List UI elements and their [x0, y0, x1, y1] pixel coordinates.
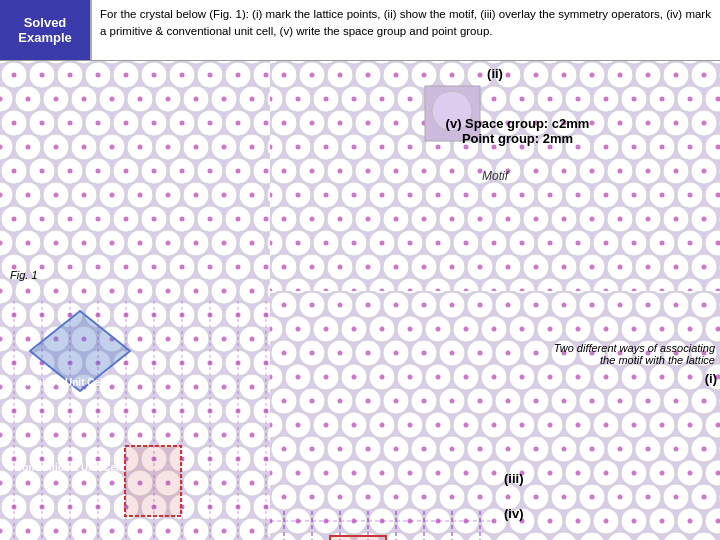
- svg-point-1066: [338, 399, 343, 404]
- svg-point-226: [54, 289, 59, 294]
- svg-point-543: [394, 73, 399, 78]
- svg-point-148: [194, 193, 199, 198]
- svg-point-164: [96, 217, 101, 222]
- right-bottom-svg: [270, 291, 720, 540]
- svg-point-1090: [674, 399, 679, 404]
- svg-point-282: [222, 337, 227, 342]
- svg-point-962: [352, 327, 357, 332]
- svg-point-1208: [366, 495, 371, 500]
- svg-point-1158: [646, 447, 651, 452]
- svg-point-1092: [702, 399, 707, 404]
- svg-point-86: [236, 121, 241, 126]
- svg-point-1072: [422, 399, 427, 404]
- svg-point-737: [660, 193, 665, 198]
- svg-point-1076: [478, 399, 483, 404]
- svg-point-1046: [548, 375, 553, 380]
- svg-point-705: [702, 169, 707, 174]
- svg-point-128: [208, 169, 213, 174]
- motif-text: Motif: [482, 169, 508, 183]
- svg-point-539: [338, 73, 343, 78]
- svg-point-701: [646, 169, 651, 174]
- svg-point-805: [632, 241, 637, 246]
- svg-point-1202: [282, 495, 287, 500]
- svg-point-745: [282, 217, 287, 222]
- svg-point-1102: [352, 423, 357, 428]
- svg-point-1154: [590, 447, 595, 452]
- svg-point-64: [250, 97, 255, 102]
- svg-point-234: [166, 289, 171, 294]
- svg-point-82: [180, 121, 185, 126]
- svg-point-1152: [562, 447, 567, 452]
- svg-point-1252: [492, 519, 497, 524]
- svg-point-208: [96, 265, 101, 270]
- svg-point-703: [674, 169, 679, 174]
- svg-point-158: [12, 217, 17, 222]
- svg-point-845: [702, 265, 707, 270]
- svg-point-835: [562, 265, 567, 270]
- svg-rect-1387: [330, 536, 386, 540]
- i-text: (i): [705, 371, 717, 386]
- main-content: Fig. 1 Primitive Unit Cell Conventional …: [0, 61, 720, 540]
- svg-point-725: [492, 193, 497, 198]
- primitive-label-text: Primitive Unit Cell: [20, 377, 106, 388]
- svg-point-166: [124, 217, 129, 222]
- svg-point-1178: [436, 471, 441, 476]
- svg-point-108: [250, 145, 255, 150]
- svg-point-996: [338, 351, 343, 356]
- svg-point-964: [380, 327, 385, 332]
- svg-point-1118: [576, 423, 581, 428]
- svg-point-1004: [450, 351, 455, 356]
- svg-point-553: [534, 73, 539, 78]
- svg-point-144: [138, 193, 143, 198]
- svg-point-1214: [450, 495, 455, 500]
- svg-point-727: [520, 193, 525, 198]
- svg-point-984: [660, 327, 665, 332]
- svg-point-613: [394, 121, 399, 126]
- svg-point-547: [450, 73, 455, 78]
- svg-point-1262: [632, 519, 637, 524]
- svg-point-94: [54, 145, 59, 150]
- svg-point-170: [180, 217, 185, 222]
- svg-point-180: [26, 241, 31, 246]
- svg-point-753: [394, 217, 399, 222]
- svg-point-1078: [506, 399, 511, 404]
- svg-point-368: [194, 433, 199, 438]
- svg-point-679: [338, 169, 343, 174]
- svg-point-184: [82, 241, 87, 246]
- svg-point-172: [208, 217, 213, 222]
- svg-point-182: [54, 241, 59, 246]
- svg-point-78: [124, 121, 129, 126]
- svg-point-974: [520, 327, 525, 332]
- svg-point-456: [194, 529, 199, 534]
- svg-point-829: [478, 265, 483, 270]
- svg-point-693: [534, 169, 539, 174]
- svg-point-230: [110, 289, 115, 294]
- svg-point-1042: [492, 375, 497, 380]
- svg-point-1080: [534, 399, 539, 404]
- svg-point-940: [534, 303, 539, 308]
- svg-point-994: [310, 351, 315, 356]
- svg-point-998: [366, 351, 371, 356]
- svg-point-938: [506, 303, 511, 308]
- svg-point-669: [688, 145, 693, 150]
- iii-label: (iii): [504, 471, 524, 486]
- svg-point-52: [82, 97, 87, 102]
- svg-point-980: [604, 327, 609, 332]
- svg-point-38: [180, 73, 185, 78]
- svg-point-767: [590, 217, 595, 222]
- svg-point-1104: [380, 423, 385, 428]
- svg-point-765: [562, 217, 567, 222]
- svg-point-366: [166, 433, 171, 438]
- svg-point-1160: [674, 447, 679, 452]
- svg-point-976: [548, 327, 553, 332]
- right-bottom: Two different ways of associatingthe mot…: [270, 291, 720, 540]
- svg-point-104: [194, 145, 199, 150]
- svg-point-204: [40, 265, 45, 270]
- conventional-unit-cell-label: Conventional Unit Cell: [15, 461, 122, 474]
- svg-point-210: [124, 265, 129, 270]
- svg-point-206: [68, 265, 73, 270]
- svg-point-1180: [464, 471, 469, 476]
- svg-point-1028: [296, 375, 301, 380]
- svg-point-611: [366, 121, 371, 126]
- svg-point-36: [152, 73, 157, 78]
